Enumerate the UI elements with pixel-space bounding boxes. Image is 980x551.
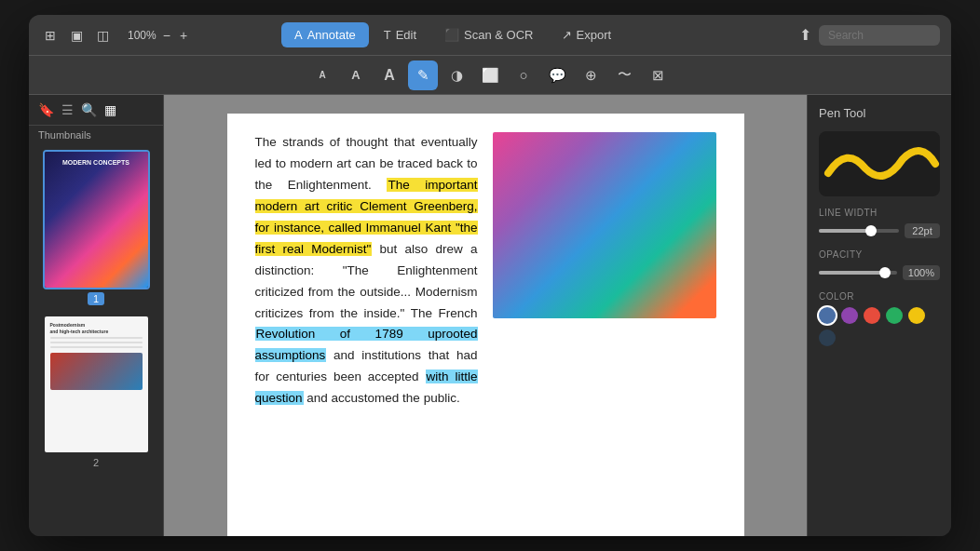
main-content: 🔖 ☰ 🔍 ▦ Thumbnails MODERN CONCEPTS 1 (29, 95, 951, 536)
thumb-page-2[interactable]: Postmodernismand high-tech architecture … (43, 315, 150, 468)
top-toolbar: ⊞ ▣ ◫ 100% − + A Annotate T Edit ⬛ Scan … (29, 15, 951, 56)
thumb-img-1[interactable]: MODERN CONCEPTS (43, 150, 150, 289)
layout-icon[interactable]: ▣ (66, 25, 87, 46)
thumbnails-icon[interactable]: ▦ (104, 102, 116, 117)
list-icon[interactable]: ☰ (61, 102, 74, 117)
thumb-page2-title: Postmodernismand high-tech architecture (50, 322, 143, 334)
share-icon[interactable]: ⬆ (799, 26, 811, 44)
tab-annotate[interactable]: A Annotate (281, 22, 369, 47)
page-content: The strands of thought that eventually l… (227, 114, 744, 536)
color-swatches (819, 307, 940, 346)
opacity-slider-row: 100% (819, 265, 940, 280)
bookmark-icon[interactable]: 🔖 (38, 102, 54, 117)
zoom-control: 100% − + (128, 28, 190, 43)
opacity-thumb[interactable] (879, 267, 891, 278)
line-width-fill (819, 229, 871, 233)
line-width-slider-row: 22pt (819, 223, 940, 238)
circle-button[interactable]: ○ (509, 60, 538, 90)
right-panel: Pen Tool LINE WIDTH 22pt OPACITY (807, 95, 951, 536)
crop-button[interactable]: ⊠ (643, 60, 673, 90)
toolbar-left-icons: ⊞ ▣ ◫ (40, 25, 113, 46)
shapes-button[interactable]: ⬜ (475, 60, 505, 90)
opacity-label: OPACITY (819, 249, 940, 260)
thumb-page2-img (50, 353, 143, 390)
zoom-level: 100% (128, 29, 157, 42)
thumb-page1-bg: MODERN CONCEPTS (45, 152, 148, 288)
opacity-value: 100% (903, 265, 940, 280)
scan-icon: ⬛ (444, 28, 459, 42)
thumb-line-2 (50, 342, 143, 343)
panel-icon[interactable]: ◫ (92, 25, 113, 46)
sidebar: 🔖 ☰ 🔍 ▦ Thumbnails MODERN CONCEPTS 1 (29, 95, 164, 536)
text-column: The strands of thought that eventually l… (255, 132, 478, 523)
thumb-line-1 (50, 337, 143, 339)
annotation-toolbar: A A A ✎ ◑ ⬜ ○ 💬 ⊕ 〜 ⊠ (29, 56, 951, 95)
line-width-value: 22pt (905, 223, 940, 238)
pen-tool-button[interactable]: ✎ (408, 60, 438, 90)
image-spacer (493, 326, 716, 333)
thumb-page1-title: MODERN CONCEPTS (45, 159, 148, 166)
tab-scan-ocr[interactable]: ⬛ Scan & OCR (431, 22, 546, 47)
opacity-track[interactable] (819, 271, 897, 275)
body-text-4: and accustomed the public. (304, 391, 460, 405)
highlight-button[interactable]: ◑ (442, 60, 471, 90)
panel-title: Pen Tool (819, 106, 940, 120)
toolbar-right: ⬆ (799, 25, 940, 46)
app-window: ⊞ ▣ ◫ 100% − + A Annotate T Edit ⬛ Scan … (29, 15, 951, 536)
swatch-dark[interactable] (819, 329, 836, 346)
thumb-num-2: 2 (93, 457, 99, 468)
doc-image-top (493, 132, 716, 318)
thumb-page-1[interactable]: MODERN CONCEPTS 1 (43, 150, 150, 305)
line-width-label: LINE WIDTH (819, 208, 940, 218)
thumbnail-area: MODERN CONCEPTS 1 Postmodernismand high-… (29, 142, 163, 536)
zoom-down-icon[interactable]: − (160, 28, 173, 43)
swatch-blue[interactable] (819, 307, 836, 324)
thumb-line-3 (50, 346, 143, 348)
zoom-up-icon[interactable]: + (177, 28, 190, 43)
tab-export[interactable]: ↗ Export (549, 22, 625, 47)
color-section: COLOR (819, 291, 940, 346)
text-medium-button[interactable]: A (341, 60, 371, 90)
comment-button[interactable]: 💬 (542, 60, 572, 90)
text-small-button[interactable]: A (307, 60, 337, 90)
swatch-red[interactable] (864, 307, 880, 324)
stamp-button[interactable]: ⊕ (576, 60, 606, 90)
signature-button[interactable]: 〜 (609, 60, 639, 90)
sidebar-tab-row: 🔖 ☰ 🔍 ▦ (29, 95, 163, 126)
search-input[interactable] (819, 25, 940, 46)
sidebar-thumbnails-label: Thumbnails (29, 126, 163, 142)
line-width-track[interactable] (819, 229, 899, 233)
opacity-section: OPACITY 100% (819, 249, 940, 280)
thumb-img-2[interactable]: Postmodernismand high-tech architecture (43, 315, 150, 454)
search-sidebar-icon[interactable]: 🔍 (81, 102, 97, 117)
thumb-num-1: 1 (88, 292, 104, 305)
pen-squiggle-svg (819, 136, 940, 192)
swatch-yellow[interactable] (908, 307, 925, 324)
line-width-thumb[interactable] (865, 225, 877, 236)
line-width-section: LINE WIDTH 22pt (819, 208, 940, 238)
thumb-page2-bg: Postmodernismand high-tech architecture (45, 316, 148, 452)
body-text: The strands of thought that eventually l… (255, 132, 478, 410)
edit-icon: T (384, 28, 391, 42)
color-label: COLOR (819, 291, 940, 302)
opacity-fill (819, 271, 885, 275)
image-column (493, 132, 716, 523)
nav-tabs: A Annotate T Edit ⬛ Scan & OCR ↗ Export (281, 22, 624, 47)
export-icon: ↗ (562, 28, 572, 42)
grid-icon[interactable]: ⊞ (40, 25, 61, 46)
document-area[interactable]: The strands of thought that eventually l… (164, 95, 807, 536)
annotate-icon: A (294, 28, 303, 42)
pen-preview (819, 131, 940, 196)
tab-edit[interactable]: T Edit (371, 22, 429, 47)
text-large-button[interactable]: A (374, 60, 404, 90)
swatch-purple[interactable] (841, 307, 858, 324)
swatch-green[interactable] (886, 307, 903, 324)
